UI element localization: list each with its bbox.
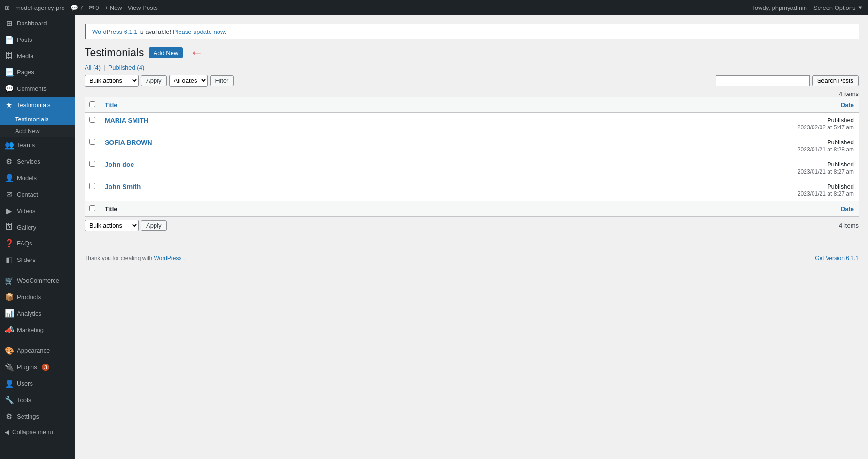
row-title-link[interactable]: MARIA SMITH <box>105 117 149 124</box>
row-title-link[interactable]: John doe <box>105 161 134 168</box>
search-posts-button[interactable]: Search Posts <box>812 75 859 86</box>
adminbar-new-link[interactable]: + New <box>105 4 122 11</box>
col-date-header-bottom[interactable]: Date <box>765 201 859 217</box>
tablenav-top: Bulk actions Edit Move to Trash Apply Al… <box>85 75 859 87</box>
submenu-testimonials-add[interactable]: Add New <box>0 125 75 137</box>
page-title: Testimonials <box>85 47 144 59</box>
row-title-cell: SOFIA BROWN <box>100 135 765 157</box>
tablenav-bottom: Bulk actions Edit Move to Trash Apply 4 … <box>85 220 859 231</box>
select-all-checkbox-top[interactable] <box>89 101 95 107</box>
sidebar-item-label: Analytics <box>17 310 41 317</box>
contact-icon: ✉ <box>5 190 13 199</box>
sidebar-item-label: Users <box>17 380 33 387</box>
sidebar-item-testimonials[interactable]: ★ Testimonials Testimonials Add New <box>0 97 75 137</box>
adminbar-left: ⊞ model-agency-pro 💬 7 ✉ 0 + New View Po… <box>5 4 158 11</box>
apply-button-top[interactable]: Apply <box>141 75 167 86</box>
screen-options-button[interactable]: Screen Options ▼ <box>813 4 863 11</box>
sidebar-item-posts[interactable]: 📄 Posts <box>0 32 75 48</box>
row-title-cell: MARIA SMITH <box>100 113 765 135</box>
sidebar-item-dashboard[interactable]: ⊞ Dashboard <box>0 15 75 32</box>
sidebar-item-services[interactable]: ⚙ Services <box>0 153 75 170</box>
collapse-menu-button[interactable]: ◀ Collapse menu <box>0 425 75 439</box>
submenu-testimonials-all[interactable]: Testimonials <box>0 113 75 125</box>
adminbar-messages-count: 0 <box>95 4 99 11</box>
filter-all-link[interactable]: All (4) <box>85 64 102 71</box>
filter-button-top[interactable]: Filter <box>210 75 234 86</box>
adminbar-site-name[interactable]: model-agency-pro <box>16 4 65 11</box>
sidebar-item-gallery[interactable]: 🖼 Gallery <box>0 219 75 235</box>
wpbody-content: WordPress 6.1.1 is available! Please upd… <box>75 15 868 241</box>
dates-select-top[interactable]: All dates <box>169 75 208 87</box>
row-checkbox-cell[interactable] <box>85 135 100 157</box>
update-notice-text: is available! <box>139 28 173 35</box>
adminbar-comments-count: 7 <box>79 4 83 11</box>
sidebar-item-pages[interactable]: 📃 Pages <box>0 64 75 80</box>
filter-published-link[interactable]: Published (4) <box>109 64 145 71</box>
row-checkbox-cell[interactable] <box>85 179 100 201</box>
apply-button-bottom[interactable]: Apply <box>141 220 167 231</box>
appearance-icon: 🎨 <box>5 346 13 355</box>
sidebar-item-products[interactable]: 📦 Products <box>0 289 75 305</box>
sidebar-item-settings[interactable]: ⚙ Settings <box>0 408 75 425</box>
sidebar-item-label: Plugins <box>17 364 37 371</box>
col-title-header-bottom[interactable]: Title <box>100 201 765 217</box>
sidebar-item-users[interactable]: 👤 Users <box>0 375 75 392</box>
footer-wordpress-link[interactable]: WordPress <box>154 255 181 261</box>
posts-icon: 📄 <box>5 35 13 44</box>
sidebar-item-sliders[interactable]: ◧ Sliders <box>0 252 75 268</box>
footer-left: Thank you for creating with WordPress . <box>85 255 185 261</box>
row-checkbox-cell[interactable] <box>85 113 100 135</box>
row-checkbox[interactable] <box>89 139 95 145</box>
footer-version-link[interactable]: Get Version 6.1.1 <box>815 255 859 261</box>
adminbar-howdy: Howdy, phpmyadmin <box>750 4 806 11</box>
table-row: John doe Published 2023/01/21 at 8:27 am <box>85 157 859 179</box>
posts-table: Title Date MARIA SMITH Published 2023/02… <box>85 97 859 217</box>
collapse-menu-icon: ◀ <box>5 428 9 435</box>
adminbar-comments-link[interactable]: 💬 7 <box>70 4 83 11</box>
update-now-link[interactable]: Please update now. <box>173 28 226 35</box>
search-input[interactable] <box>716 75 810 86</box>
sidebar-item-woocommerce[interactable]: 🛒 WooCommerce <box>0 272 75 289</box>
table-body: MARIA SMITH Published 2023/02/02 at 5:47… <box>85 113 859 201</box>
sidebar-item-media[interactable]: 🖼 Media <box>0 48 75 64</box>
bulk-actions-select-top[interactable]: Bulk actions Edit Move to Trash <box>85 75 139 87</box>
sidebar-item-marketing[interactable]: 📣 Marketing <box>0 322 75 338</box>
row-date-value: 2023/01/21 at 8:27 am <box>798 190 854 197</box>
col-check-all-foot[interactable] <box>85 201 100 217</box>
row-checkbox[interactable] <box>89 117 95 123</box>
wp-version-link[interactable]: WordPress 6.1.1 <box>92 28 138 35</box>
sidebar-item-teams[interactable]: 👥 Teams <box>0 137 75 153</box>
admin-bar: ⊞ model-agency-pro 💬 7 ✉ 0 + New View Po… <box>0 0 868 15</box>
bulk-actions-select-bottom[interactable]: Bulk actions Edit Move to Trash <box>85 220 139 231</box>
sidebar-item-tools[interactable]: 🔧 Tools <box>0 392 75 408</box>
sidebar-item-comments[interactable]: 💬 Comments <box>0 80 75 97</box>
filter-published-count: (4) <box>137 64 144 71</box>
col-date-header-top[interactable]: Date <box>765 97 859 113</box>
col-title-header-top[interactable]: Title <box>100 97 765 113</box>
sidebar-item-label: Contact <box>17 191 38 198</box>
wp-logo-icon[interactable]: ⊞ <box>5 4 10 11</box>
table-row: SOFIA BROWN Published 2023/01/21 at 8:28… <box>85 135 859 157</box>
add-new-button[interactable]: Add New <box>149 47 183 58</box>
adminbar-messages-link[interactable]: ✉ 0 <box>89 4 99 11</box>
row-checkbox[interactable] <box>89 161 95 167</box>
sidebar-item-contact[interactable]: ✉ Contact <box>0 186 75 203</box>
sidebar-item-plugins[interactable]: 🔌 Plugins 3 <box>0 359 75 375</box>
adminbar-view-posts-link[interactable]: View Posts <box>128 4 158 11</box>
select-all-checkbox-bottom[interactable] <box>89 205 95 211</box>
col-check-all[interactable] <box>85 97 100 113</box>
row-title-link[interactable]: SOFIA BROWN <box>105 139 152 146</box>
sidebar-item-appearance[interactable]: 🎨 Appearance <box>0 342 75 359</box>
row-checkbox-cell[interactable] <box>85 157 100 179</box>
items-count-bottom: 4 items <box>839 222 859 229</box>
users-icon: 👤 <box>5 379 13 388</box>
sidebar-item-label: Services <box>17 158 40 165</box>
row-title-link[interactable]: John Smith <box>105 183 141 190</box>
sidebar-item-videos[interactable]: ▶ Videos <box>0 203 75 219</box>
sidebar-item-faqs[interactable]: ❓ FAQs <box>0 235 75 252</box>
sidebar-item-label: Teams <box>17 142 35 149</box>
row-checkbox[interactable] <box>89 183 95 189</box>
sidebar-item-analytics[interactable]: 📊 Analytics <box>0 305 75 322</box>
row-title-cell: John doe <box>100 157 765 179</box>
sidebar-item-models[interactable]: 👤 Models <box>0 170 75 186</box>
